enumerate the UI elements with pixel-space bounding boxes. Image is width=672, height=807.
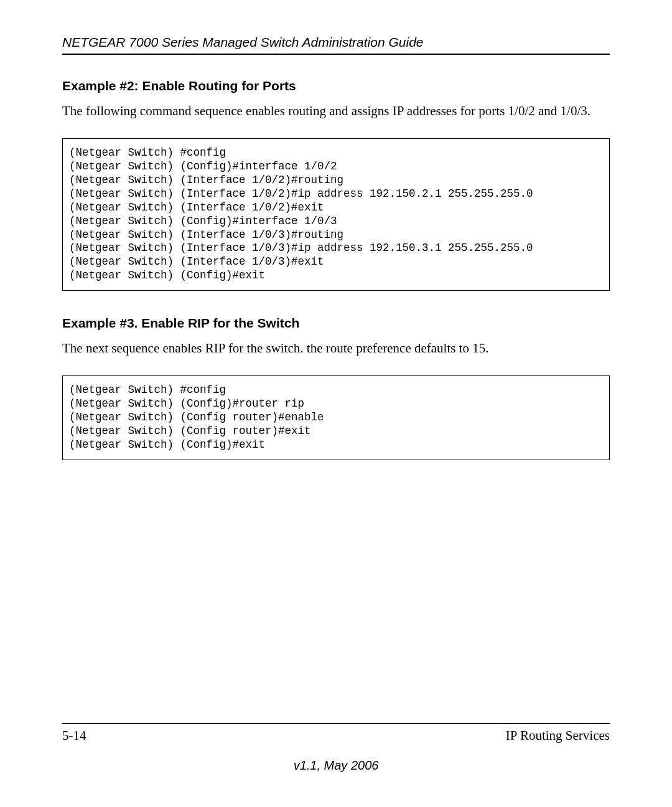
- section-heading-2: Example #3. Enable RIP for the Switch: [62, 316, 610, 331]
- section-heading-1: Example #2: Enable Routing for Ports: [62, 78, 610, 93]
- footer-line: 5-14 IP Routing Services: [62, 723, 610, 743]
- section-name: IP Routing Services: [506, 728, 610, 743]
- code-block-1: (Netgear Switch) #config (Netgear Switch…: [62, 138, 610, 291]
- page-header: NETGEAR 7000 Series Managed Switch Admin…: [62, 35, 610, 55]
- body-text-1: The following command sequence enables r…: [62, 102, 610, 120]
- page-footer: 5-14 IP Routing Services v1.1, May 2006: [62, 723, 610, 773]
- footer-version: v1.1, May 2006: [62, 758, 610, 773]
- header-title: NETGEAR 7000 Series Managed Switch Admin…: [62, 35, 424, 49]
- code-block-2: (Netgear Switch) #config (Netgear Switch…: [62, 375, 610, 460]
- body-text-2: The next sequence enables RIP for the sw…: [62, 339, 610, 357]
- page-number: 5-14: [62, 728, 86, 743]
